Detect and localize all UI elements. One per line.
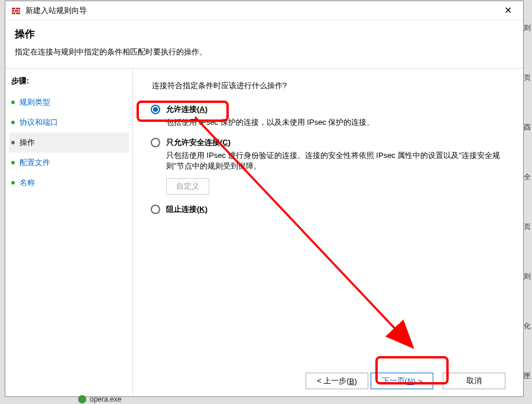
cancel-button[interactable]: 取消 [443,373,505,389]
wizard-footer: < 上一步(B) 下一页(N) > 取消 [151,361,505,389]
sidebar-heading: 步骤: [9,73,129,92]
option-label: 只允许安全连接(C) [166,137,231,148]
sidebar-item-label: 规则类型 [20,97,50,108]
taskbar-app-label: opera.exe [90,395,121,403]
sidebar-item-action[interactable]: 操作 [9,132,129,153]
option-block-connection: 阻止连接(K) [151,204,505,215]
svg-rect-2 [12,10,14,12]
sidebar-item-rule-type[interactable]: 规则类型 [9,92,129,112]
page-title: 操作 [15,27,514,41]
close-button[interactable]: ✕ [498,1,517,20]
sidebar-item-profile[interactable]: 配置文件 [9,153,129,173]
customize-button: 自定义 [166,178,209,195]
radio-allow-secure-connection[interactable]: 只允许安全连接(C) [151,137,505,148]
wizard-header: 操作 指定在连接与规则中指定的条件相匹配时要执行的操作。 [5,20,523,69]
bullet-icon [11,101,15,104]
steps-sidebar: 步骤: 规则类型 协议和端口 操作 配置文件 名称 [5,69,133,396]
option-label: 允许连接(A) [166,104,207,115]
opera-icon [78,395,86,403]
option-allow-connection: 允许连接(A) 包括使用 IPsec 保护的连接，以及未使用 IPsec 保护的… [151,104,505,128]
back-button[interactable]: < 上一步(B) [306,373,368,389]
svg-rect-3 [15,10,18,12]
sidebar-item-label: 协议和端口 [20,117,58,128]
firewall-icon [11,6,21,15]
content-prompt: 连接符合指定条件时应该进行什么操作? [152,80,505,91]
option-label: 阻止连接(K) [166,204,207,215]
sidebar-item-label: 名称 [20,177,35,188]
option-description: 只包括使用 IPsec 进行身份验证的连接。连接的安全性将依照 IPsec 属性… [166,150,505,172]
sidebar-item-name[interactable]: 名称 [9,173,129,193]
svg-rect-5 [12,12,15,14]
wizard-body: 步骤: 规则类型 协议和端口 操作 配置文件 名称 [5,69,523,396]
taskbar-app-entry: opera.exe [78,395,121,403]
bullet-icon [11,181,15,185]
page-description: 指定在连接与规则中指定的条件相匹配时要执行的操作。 [15,47,514,57]
radio-icon [151,105,160,114]
wizard-content: 连接符合指定条件时应该进行什么操作? 允许连接(A) 包括使用 IPsec 保护… [133,69,523,396]
bullet-icon [11,161,15,164]
background-window-edge: 则 页 酉 全 页 则 化 匣 [524,0,532,404]
window-title: 新建入站规则向导 [25,5,498,16]
svg-rect-1 [16,8,20,9]
radio-block-connection[interactable]: 阻止连接(K) [151,204,505,215]
bullet-icon [11,121,15,124]
svg-rect-0 [12,8,15,9]
sidebar-item-protocol-ports[interactable]: 协议和端口 [9,112,129,132]
wizard-dialog: 新建入站规则向导 ✕ 操作 指定在连接与规则中指定的条件相匹配时要执行的操作。 … [5,1,524,397]
svg-rect-6 [16,12,20,14]
sidebar-item-label: 操作 [20,137,35,148]
next-button[interactable]: 下一页(N) > [371,373,433,389]
action-option-group: 允许连接(A) 包括使用 IPsec 保护的连接，以及未使用 IPsec 保护的… [151,104,505,224]
bullet-icon [11,141,15,144]
radio-icon [151,205,160,214]
titlebar: 新建入站规则向导 ✕ [5,1,523,20]
radio-icon [151,138,160,147]
svg-rect-4 [19,10,20,12]
sidebar-item-label: 配置文件 [20,157,50,168]
option-description: 包括使用 IPsec 保护的连接，以及未使用 IPsec 保护的连接。 [166,117,505,128]
radio-allow-connection[interactable]: 允许连接(A) [151,104,505,115]
option-allow-secure-connection: 只允许安全连接(C) 只包括使用 IPsec 进行身份验证的连接。连接的安全性将… [151,137,505,194]
